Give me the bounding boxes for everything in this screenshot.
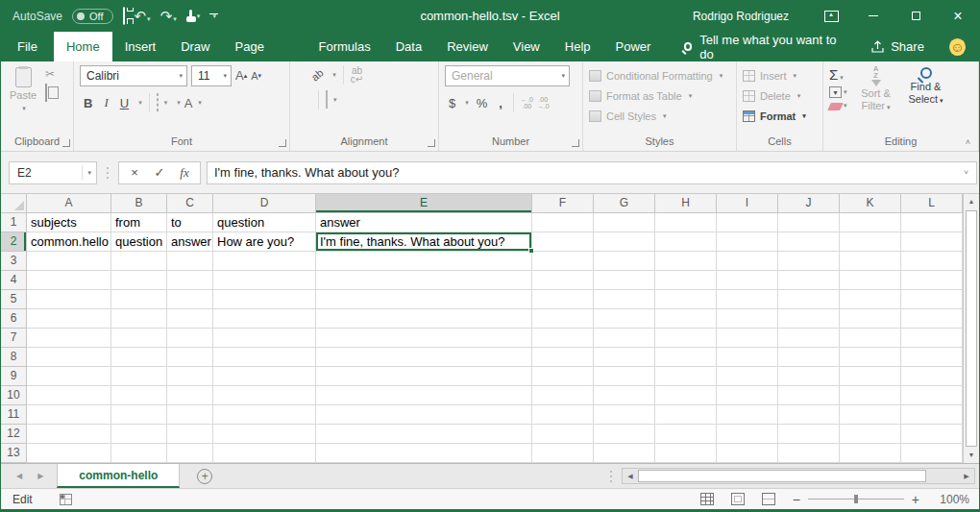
- row-header-5[interactable]: 5: [1, 290, 27, 309]
- cell-L12[interactable]: [901, 425, 963, 444]
- tab-help[interactable]: Help: [552, 32, 603, 61]
- clear-button[interactable]: ▾: [829, 101, 847, 110]
- cell-G7[interactable]: [594, 329, 655, 348]
- formula-input[interactable]: I'm fine, thanks. What about you? ˅: [207, 161, 977, 184]
- prev-sheet-icon[interactable]: ◀: [16, 472, 22, 480]
- cell-H1[interactable]: [655, 213, 717, 232]
- cell-G10[interactable]: [594, 386, 655, 405]
- cell-I5[interactable]: [717, 290, 778, 309]
- row-header-8[interactable]: 8: [1, 348, 27, 367]
- zoom-level[interactable]: 100%: [937, 493, 969, 506]
- row-header-6[interactable]: 6: [1, 309, 27, 329]
- clipboard-dialog-launcher-icon[interactable]: [62, 139, 70, 147]
- cell-B7[interactable]: [111, 329, 167, 348]
- cell-G11[interactable]: [594, 405, 655, 425]
- cell-I3[interactable]: [717, 252, 778, 271]
- cell-J12[interactable]: [778, 425, 840, 444]
- cell-I11[interactable]: [717, 405, 778, 425]
- column-header-C[interactable]: C: [167, 194, 213, 213]
- cell-C7[interactable]: [167, 329, 213, 348]
- row-header-10[interactable]: 10: [1, 386, 27, 405]
- cell-K8[interactable]: [840, 348, 901, 367]
- cell-H5[interactable]: [655, 290, 717, 309]
- cell-E12[interactable]: [316, 425, 532, 444]
- tab-insert[interactable]: Insert: [112, 32, 169, 61]
- cell-L7[interactable]: [901, 329, 963, 348]
- cell-J8[interactable]: [778, 348, 840, 367]
- cell-D10[interactable]: [213, 386, 316, 405]
- orientation-button[interactable]: ab: [305, 62, 330, 86]
- cell-H6[interactable]: [655, 309, 717, 329]
- cell-B5[interactable]: [111, 290, 167, 309]
- scroll-left-icon[interactable]: ◀: [623, 473, 638, 480]
- column-header-J[interactable]: J: [778, 194, 840, 213]
- cell-A4[interactable]: [27, 271, 111, 290]
- cell-J1[interactable]: [778, 213, 840, 232]
- cell-E10[interactable]: [316, 386, 532, 405]
- cell-F2[interactable]: [532, 232, 594, 252]
- cell-A10[interactable]: [27, 386, 111, 405]
- cell-J4[interactable]: [778, 271, 840, 290]
- cell-I6[interactable]: [717, 309, 778, 329]
- underline-dropdown-icon[interactable]: ▾: [138, 99, 142, 107]
- horizontal-scrollbar[interactable]: ◀ ▶: [622, 468, 975, 484]
- enter-button[interactable]: ✓: [148, 165, 171, 180]
- cell-I2[interactable]: [717, 232, 778, 252]
- cell-E8[interactable]: [316, 348, 532, 367]
- cell-G8[interactable]: [594, 348, 655, 367]
- feedback-smiley-icon[interactable]: ☺: [949, 38, 966, 56]
- cell-E3[interactable]: [316, 252, 532, 271]
- cell-G13[interactable]: [594, 444, 655, 463]
- cell-B2[interactable]: question: [111, 232, 167, 252]
- cell-L10[interactable]: [901, 386, 963, 405]
- cell-G4[interactable]: [594, 271, 655, 290]
- cell-F12[interactable]: [532, 425, 594, 444]
- cell-I7[interactable]: [717, 329, 778, 348]
- cell-H13[interactable]: [655, 444, 717, 463]
- cell-G6[interactable]: [594, 309, 655, 329]
- cell-G12[interactable]: [594, 425, 655, 444]
- borders-button[interactable]: [157, 94, 159, 111]
- cell-J11[interactable]: [778, 405, 840, 425]
- tab-file[interactable]: File: [1, 32, 54, 61]
- collapse-ribbon-icon[interactable]: ˄: [966, 137, 970, 147]
- merge-center-dropdown-icon[interactable]: ▾: [333, 96, 337, 104]
- column-header-F[interactable]: F: [532, 194, 594, 213]
- column-header-D[interactable]: D: [213, 194, 316, 213]
- grow-font-button[interactable]: A▴: [235, 70, 247, 82]
- cell-J9[interactable]: [778, 367, 840, 386]
- cell-A13[interactable]: [27, 444, 111, 463]
- cell-J6[interactable]: [778, 309, 840, 329]
- cell-G3[interactable]: [594, 252, 655, 271]
- cell-E2[interactable]: I'm fine, thanks. What about you?: [316, 232, 532, 252]
- cell-D1[interactable]: question: [213, 213, 316, 232]
- row-header-7[interactable]: 7: [1, 329, 27, 348]
- cell-B1[interactable]: from: [111, 213, 167, 232]
- redo-button[interactable]: ↷▾: [160, 8, 177, 25]
- zoom-out-button[interactable]: −: [793, 493, 800, 506]
- copy-button[interactable]: [45, 85, 69, 102]
- cell-E9[interactable]: [316, 367, 532, 386]
- scroll-down-icon[interactable]: ▼: [964, 448, 979, 463]
- cell-E13[interactable]: [316, 444, 532, 463]
- cell-D3[interactable]: [213, 252, 316, 271]
- autosave-toggle[interactable]: Off: [72, 9, 112, 24]
- cell-C1[interactable]: to: [167, 213, 213, 232]
- row-header-4[interactable]: 4: [1, 271, 27, 290]
- cell-C9[interactable]: [167, 367, 213, 386]
- cell-J5[interactable]: [778, 290, 840, 309]
- cancel-button[interactable]: ×: [123, 165, 146, 180]
- cell-E1[interactable]: answer: [316, 213, 532, 232]
- cell-A6[interactable]: [27, 309, 111, 329]
- cell-K9[interactable]: [840, 367, 901, 386]
- row-header-12[interactable]: 12: [1, 425, 27, 444]
- cell-K7[interactable]: [840, 329, 901, 348]
- cell-D11[interactable]: [213, 405, 316, 425]
- undo-button[interactable]: ↶▾: [135, 8, 151, 25]
- cell-A3[interactable]: [27, 252, 111, 271]
- cell-F6[interactable]: [532, 309, 594, 329]
- cell-J3[interactable]: [778, 252, 840, 271]
- cell-K10[interactable]: [840, 386, 901, 405]
- cell-A11[interactable]: [27, 405, 111, 425]
- cell-J7[interactable]: [778, 329, 840, 348]
